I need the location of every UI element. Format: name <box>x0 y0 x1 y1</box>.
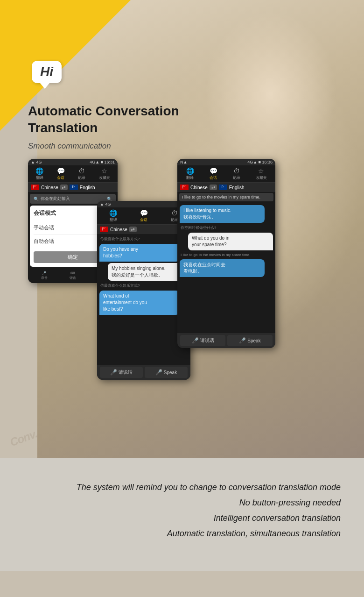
chat2-bubble2: My hobbies singing alone.我的爱好是一个人唱歌。 <box>108 263 188 281</box>
nav2-conversation-label: 会话 <box>140 217 147 222</box>
nav-conversation[interactable]: 💬 会话 <box>57 167 65 180</box>
speak3-en-label: Speak <box>247 338 260 343</box>
star-icon: ☆ <box>101 167 107 175</box>
nav3-history[interactable]: ⏱ 记录 <box>233 167 240 180</box>
nav-favorites[interactable]: ☆ 收藏夹 <box>99 167 110 180</box>
chinese-flag-2: 🚩 <box>100 227 108 232</box>
info-line-4: Automatic translation, simultaneous tran… <box>23 527 341 540</box>
nav3-history-label: 记录 <box>233 175 240 180</box>
chat-icon: 💬 <box>57 167 65 175</box>
hi-text: Hi <box>40 64 53 79</box>
info-line-3: Intelligent conversation translation <box>23 512 341 525</box>
nav-favorites-label: 收藏夹 <box>99 175 110 180</box>
phone3-signal: N▲ <box>180 160 187 164</box>
mic-icon: 🎤 <box>42 271 46 275</box>
phone2-status-bar: ▲ 4G 16:31 <box>97 201 190 207</box>
speak-cn-label: 请说话 <box>119 369 133 376</box>
globe2-icon: 🌐 <box>109 209 117 217</box>
bottom-keyboard-label: 键盘 <box>70 276 76 280</box>
phone-chat-screen-3: N▲ 4G▲ ■ 16:36 🌐 翻译 💬 会话 ⏱ 记录 <box>177 159 275 348</box>
phone3-input[interactable]: I like to go to the movies in my spare t… <box>179 193 273 201</box>
chat3-icon: 💬 <box>210 167 217 175</box>
nav3-conversation-label: 会话 <box>210 175 217 180</box>
phone2-signal: ▲ 4G <box>100 202 111 206</box>
nav-conversation-label: 会话 <box>57 175 64 180</box>
phone3-speak-bar: 🎤 请说话 🎤 Speak <box>177 333 275 348</box>
us-flag-3: 🏳 <box>219 185 227 190</box>
nav2-conversation[interactable]: 💬 会话 <box>140 209 148 222</box>
star3-icon: ☆ <box>258 167 264 175</box>
speak3-cn-label: 请说话 <box>200 337 214 344</box>
chat3-label1: 你空闲时候做些什么? <box>179 224 274 231</box>
bottom-record-label: 录音 <box>41 276 48 280</box>
nav3-translate-label: 翻译 <box>186 175 194 180</box>
phone3-lang-bar: 🚩 Chinese ⇄ 🏳 English <box>177 183 275 192</box>
nav-translate[interactable]: 🌐 翻译 <box>35 167 43 180</box>
chat3-bubble2: What do you do inyour spare time? <box>188 233 273 250</box>
chat3-bubble1: I like listening to music.我喜欢听音乐。 <box>180 205 265 223</box>
swap-button-2[interactable]: ⇄ <box>129 227 137 232</box>
swap-button[interactable]: ⇄ <box>60 185 68 190</box>
phone2-lang-left: Chinese <box>110 227 127 232</box>
globe3-icon: 🌐 <box>186 167 194 175</box>
clock2-icon: ⏱ <box>171 209 178 217</box>
chat2-label2: 你最喜欢什么娱乐方式? <box>98 282 189 289</box>
hero-section: Hi Automatic Conversation Translation Sm… <box>0 0 364 458</box>
phone3-status-bar: N▲ 4G▲ ■ 16:36 <box>177 159 275 165</box>
phone2-chat-area: 你最喜欢什么娱乐方式? Do you have anyhobbies? My h… <box>97 234 190 365</box>
nav-history[interactable]: ⏱ 记录 <box>78 167 85 180</box>
clock3-icon: ⏱ <box>233 167 240 175</box>
nav2-translate[interactable]: 🌐 翻译 <box>109 209 117 222</box>
mic-icon-3: 🎤 <box>155 369 162 376</box>
info-line-2: No button-pressing needed <box>23 497 341 509</box>
phone3-lang-right: English <box>229 185 245 190</box>
search-placeholder: 你会在此处输入 <box>41 196 70 202</box>
speak-button-en[interactable]: 🎤 Speak <box>145 367 188 378</box>
phone1-nav: 🌐 翻译 💬 会话 ⏱ 记录 ☆ 收藏夹 <box>28 165 118 183</box>
mode-manual-label: 手动会话 <box>34 224 54 231</box>
chinese-flag-3: 🚩 <box>180 185 189 190</box>
info-lines: The system will remind you to change to … <box>23 481 341 540</box>
speak-en-label: Speak <box>164 370 177 375</box>
nav2-translate-label: 翻译 <box>110 217 117 222</box>
phone1-lang-right: English <box>80 185 95 190</box>
speak3-button-en[interactable]: 🎤 Speak <box>227 335 273 346</box>
phone3-nav: 🌐 翻译 💬 会话 ⏱ 记录 ☆ 收藏夹 <box>177 165 275 183</box>
mode-auto-label: 自动会话 <box>34 238 54 245</box>
chat2-bubble1: Do you have anyhobbies? <box>99 244 180 262</box>
phone1-time: 4G▲ ■ 16:31 <box>90 160 115 164</box>
chat2-icon: 💬 <box>140 209 148 217</box>
search-icon: 🔍 <box>34 197 39 201</box>
phone1-status-bar: ▲ 4G 4G▲ ■ 16:31 <box>28 159 118 165</box>
phone-chat-screen-2: ▲ 4G 16:31 🌐 翻译 💬 会话 ⏱ 记录 <box>97 201 190 380</box>
bottom-keyboard[interactable]: ⌨ 键盘 <box>70 271 76 280</box>
hero-subtitle: Smooth communication <box>28 142 187 151</box>
phones-area: ▲ 4G 4G▲ ■ 16:31 🌐 翻译 💬 会话 ⏱ 记录 <box>28 159 261 283</box>
swap-button-3[interactable]: ⇄ <box>210 185 217 190</box>
speak3-button-cn[interactable]: 🎤 请说话 <box>180 335 225 346</box>
phone3-chat-area: I like listening to music.我喜欢听音乐。 你空闲时候做… <box>177 202 275 333</box>
nav3-translate[interactable]: 🌐 翻译 <box>186 167 194 180</box>
nav-translate-label: 翻译 <box>36 175 43 180</box>
nav-history-label: 记录 <box>78 175 85 180</box>
us-flag: 🏳 <box>70 185 78 190</box>
hero-title: Automatic Conversation Translation <box>28 103 187 137</box>
clock-icon: ⏱ <box>78 167 85 175</box>
search-icon-right: 🔍 <box>107 197 112 201</box>
nav3-conversation[interactable]: 💬 会话 <box>210 167 217 180</box>
phone1-lang-bar: 🚩 Chinese ⇄ 🏳 English <box>28 183 118 192</box>
mic-icon-4: 🎤 <box>192 337 199 344</box>
mic-icon-2: 🎤 <box>110 369 117 376</box>
phone2-nav: 🌐 翻译 💬 会话 ⏱ 记录 <box>97 207 190 225</box>
bottom-record[interactable]: 🎤 录音 <box>41 271 48 280</box>
speak-button-cn[interactable]: 🎤 请说话 <box>100 367 143 378</box>
nav3-favorites[interactable]: ☆ 收藏夹 <box>256 167 267 180</box>
phone1-lang-left: Chinese <box>41 185 58 190</box>
keyboard-icon: ⌨ <box>70 271 75 275</box>
globe-icon: 🌐 <box>35 167 43 175</box>
mic-icon-5: 🎤 <box>239 337 246 344</box>
chat2-label1: 你最喜欢什么娱乐方式? <box>98 235 189 242</box>
chinese-flag: 🚩 <box>31 185 39 190</box>
info-line-1: The system will remind you to change to … <box>23 481 341 494</box>
phone1-signal: ▲ 4G <box>31 160 42 164</box>
